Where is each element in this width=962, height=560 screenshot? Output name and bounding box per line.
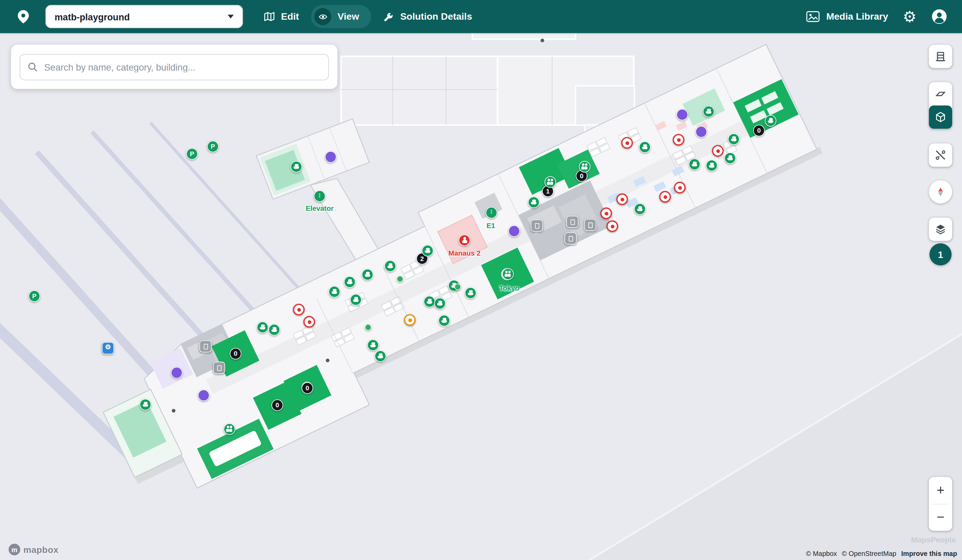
map-marker-count[interactable]: 0	[302, 382, 313, 394]
map-marker-sq[interactable]	[213, 362, 225, 374]
map-marker-sq[interactable]	[584, 219, 596, 231]
view-mode-toggle	[929, 82, 952, 129]
map-marker-chair[interactable]	[634, 203, 646, 215]
map-marker-purple[interactable]	[198, 389, 209, 401]
map-marker-chair[interactable]	[344, 276, 355, 288]
zoom-out-button[interactable]: −	[929, 504, 952, 531]
map-icon	[264, 11, 275, 21]
map-marker-count[interactable]: 0	[271, 399, 283, 411]
map-marker-ring[interactable]	[600, 208, 612, 219]
map-marker-chair[interactable]	[724, 152, 736, 164]
map-marker-sq[interactable]	[199, 340, 211, 352]
map-marker-people[interactable]	[224, 423, 235, 435]
map-marker-chair[interactable]	[424, 296, 435, 307]
map-marker-ring[interactable]	[293, 304, 304, 315]
view-2d-button[interactable]	[929, 82, 952, 106]
map-marker-p[interactable]: P	[186, 148, 198, 159]
map-marker-elev[interactable]	[486, 207, 497, 219]
layers-icon	[935, 223, 947, 235]
map-marker-sq[interactable]	[566, 216, 578, 228]
map-marker-ring[interactable]	[303, 316, 315, 328]
mapbox-logo[interactable]: m mapbox	[8, 544, 58, 555]
map-marker-chair[interactable]	[328, 286, 340, 298]
map-marker-purple[interactable]	[325, 151, 336, 163]
map-marker-chair[interactable]	[362, 269, 373, 280]
map-marker-chair[interactable]	[268, 324, 280, 336]
map-marker-purple[interactable]	[508, 225, 520, 237]
view-3d-button[interactable]	[929, 106, 952, 129]
account-button[interactable]	[931, 8, 947, 24]
map-marker-chair[interactable]	[728, 134, 739, 145]
search-input[interactable]	[43, 61, 321, 72]
map-marker-plant[interactable]	[397, 275, 404, 282]
map-marker-chair[interactable]	[367, 340, 379, 351]
map-marker-chair[interactable]	[706, 159, 717, 171]
map-marker-chair[interactable]	[465, 287, 476, 299]
map-marker-p[interactable]: P	[29, 290, 40, 302]
map-marker-dot[interactable]	[172, 409, 176, 413]
map-marker-chair[interactable]	[291, 161, 302, 172]
map-marker-count[interactable]: 0	[230, 348, 241, 359]
map-marker-purple[interactable]	[676, 109, 688, 121]
map-marker-people[interactable]	[502, 268, 513, 280]
map-marker-count[interactable]: 0	[753, 125, 765, 137]
map-marker-chair[interactable]	[765, 115, 776, 127]
map-marker-chair[interactable]	[639, 141, 650, 153]
map-marker-sq[interactable]	[531, 220, 543, 232]
eye-icon	[314, 8, 331, 25]
map-marker-ring[interactable]	[606, 220, 618, 232]
toggle-routes-button[interactable]	[929, 143, 952, 167]
gear-icon	[903, 9, 917, 24]
tab-view[interactable]: View	[311, 5, 371, 28]
map-marker-chair[interactable]	[438, 315, 450, 326]
solution-selector-dropdown[interactable]: matb-playground	[45, 5, 243, 28]
map-marker-chair[interactable]	[689, 158, 700, 170]
map-marker-chair[interactable]	[528, 196, 539, 208]
map-marker-people[interactable]	[579, 161, 591, 172]
map-marker-ring[interactable]	[673, 134, 684, 146]
map-marker-chair[interactable]	[703, 106, 714, 117]
mapbox-logo-text: mapbox	[23, 545, 59, 555]
attrib-mapbox-link[interactable]: © Mapbox	[806, 550, 837, 557]
zoom-in-button[interactable]: +	[929, 477, 952, 504]
map-marker-ring[interactable]	[616, 193, 628, 205]
map-marker-person-red[interactable]	[458, 235, 470, 246]
map-marker-ring[interactable]	[712, 145, 723, 156]
floor-selector-badge[interactable]: 1	[930, 243, 951, 266]
map-marker-chair[interactable]	[384, 260, 396, 272]
map-marker-bluesq[interactable]	[102, 342, 114, 354]
map-marker-chair[interactable]	[422, 245, 433, 257]
compass-button[interactable]	[929, 180, 952, 204]
tab-solution-details[interactable]: Solution Details	[375, 5, 481, 28]
attrib-osm-link[interactable]: © OpenStreetMap	[842, 550, 896, 557]
map-marker-elev[interactable]	[314, 190, 325, 202]
mapspeople-pin-icon	[17, 9, 30, 24]
map-marker-p[interactable]: P	[207, 141, 219, 152]
map-marker-purple[interactable]	[695, 126, 707, 137]
tab-edit[interactable]: Edit	[255, 5, 307, 28]
map-marker-chair[interactable]	[140, 399, 151, 410]
map-marker-dot[interactable]	[326, 359, 329, 362]
search-box[interactable]	[20, 54, 329, 80]
map-marker-chair[interactable]	[350, 294, 362, 306]
map-marker-ring[interactable]	[674, 182, 686, 193]
map-marker-chair[interactable]	[374, 350, 386, 362]
settings-button[interactable]	[903, 9, 917, 24]
map-marker-dot[interactable]	[541, 39, 544, 42]
media-library-button[interactable]: Media Library	[806, 11, 888, 23]
search-panel	[11, 45, 337, 89]
map-marker-plant[interactable]	[454, 283, 461, 290]
attrib-improve-link[interactable]: Improve this map	[901, 550, 957, 557]
map-marker-ring-orange[interactable]	[404, 314, 415, 326]
map-marker-sq[interactable]	[565, 232, 577, 245]
user-avatar-icon	[931, 8, 947, 24]
map-marker-plant[interactable]	[365, 324, 371, 331]
map-marker-ring[interactable]	[621, 137, 633, 149]
building-selector-button[interactable]	[929, 45, 952, 68]
map-marker-chair[interactable]	[257, 322, 268, 333]
map-marker-purple[interactable]	[171, 367, 182, 378]
map-marker-ring[interactable]	[659, 191, 671, 203]
map-marker-people[interactable]	[544, 176, 556, 188]
layers-button[interactable]	[929, 217, 952, 241]
map-marker-chair[interactable]	[434, 298, 445, 309]
